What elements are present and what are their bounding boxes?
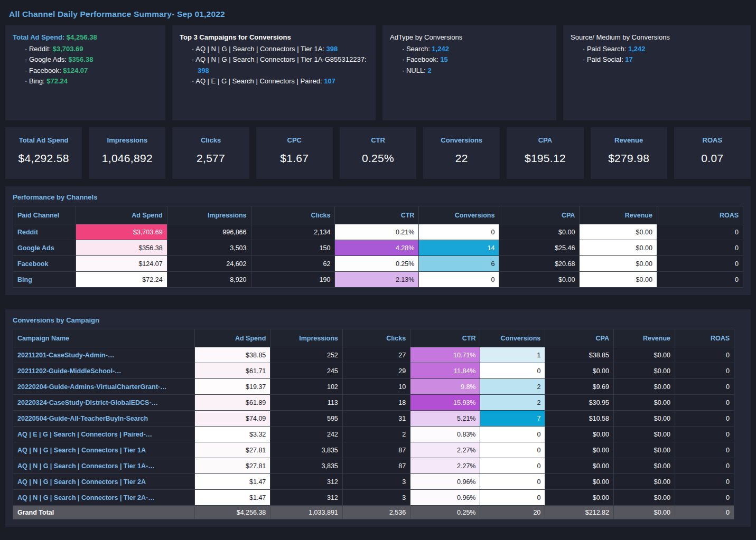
cell-clicks: 3 (342, 490, 410, 506)
cell-ctr: 15.93% (410, 395, 480, 411)
cell-clicks: 3 (342, 474, 410, 490)
cell-paid-channel: Google Ads (13, 240, 76, 256)
cell-ctr: 5.21% (410, 411, 480, 427)
campaigns-panel-title: Conversions by Campaign (13, 316, 743, 324)
cell-roas: 0 (675, 427, 734, 442)
summary-item-value: $72.24 (46, 77, 68, 85)
kpi-label: Total Ad Spend (5, 136, 82, 144)
cell-clicks: 31 (342, 411, 410, 427)
column-header-conversions[interactable]: Conversions (419, 206, 499, 224)
cell-conversions: 0 (480, 363, 545, 379)
column-header-impressions[interactable]: Impressions (270, 329, 343, 347)
cell-revenue: $0.00 (614, 458, 675, 474)
kpi-card: CPA$195.12 (507, 127, 583, 179)
column-header-ad-spend[interactable]: Ad Spend (76, 206, 167, 224)
cell-conversions: 0 (480, 442, 545, 458)
cell-impressions: 113 (270, 395, 343, 411)
cell-ctr: 0.96% (410, 474, 480, 490)
cell-ad-spend: $61.89 (194, 395, 270, 411)
cell-impressions: 312 (270, 474, 343, 490)
cell-ad-spend: $72.24 (76, 272, 167, 288)
column-header-ad-spend[interactable]: Ad Spend (194, 329, 270, 347)
cell-roas: 0 (657, 224, 743, 240)
summary-card-item: · Paid Search: 1,242 (571, 44, 743, 55)
column-header-campaign-name[interactable]: Campaign Name (13, 329, 195, 347)
cell-ad-spend: $4,256.38 (194, 506, 270, 519)
cell-conversions: 2 (480, 395, 545, 411)
column-header-impressions[interactable]: Impressions (167, 206, 251, 224)
column-header-clicks[interactable]: Clicks (342, 329, 410, 347)
cell-cpa: $25.46 (499, 240, 580, 256)
cell-ad-spend: $19.37 (194, 379, 270, 395)
cell-impressions: 595 (270, 411, 343, 427)
summary-item-value: $3,703.69 (53, 45, 83, 53)
cell-conversions: 0 (480, 458, 545, 474)
cell-impressions: 3,835 (270, 442, 343, 458)
summary-item-value: 17 (625, 55, 632, 63)
kpi-card: Revenue$279.98 (591, 127, 667, 179)
summary-item-value: 398 (198, 67, 209, 74)
column-header-paid-channel[interactable]: Paid Channel (13, 206, 76, 224)
summary-card-title-value: $4,256.38 (64, 33, 97, 41)
cell-roas: 0 (675, 363, 734, 379)
campaigns-table-head: Campaign NameAd SpendImpressionsClicksCT… (13, 329, 734, 347)
column-header-ctr[interactable]: CTR (335, 206, 419, 224)
summary-item-label: · Search: (402, 45, 432, 53)
summary-card-item: · Reddit: $3,703.69 (13, 44, 158, 55)
cell-campaign-name: AQ | N | G | Search | Connectors | Tier … (13, 474, 195, 490)
cell-roas: 0 (675, 347, 734, 363)
kpi-card: CPC$1.67 (256, 127, 333, 179)
cell-ctr: 9.8% (410, 379, 480, 395)
cell-roas: 0 (675, 506, 734, 519)
summary-item-value: $356.38 (68, 55, 93, 63)
cell-ad-spend: $356.38 (76, 240, 167, 256)
cell-clicks: 10 (342, 379, 410, 395)
cell-clicks: 62 (251, 256, 335, 272)
cell-campaign-name: 20211201-CaseStudy-Admin-… (13, 347, 195, 363)
column-header-cpa[interactable]: CPA (545, 329, 614, 347)
cell-revenue: $0.00 (580, 240, 657, 256)
cell-ctr: 4.28% (335, 240, 419, 256)
kpi-label: CPA (507, 136, 583, 144)
column-header-clicks[interactable]: Clicks (251, 206, 335, 224)
cell-conversions: 0 (480, 490, 545, 506)
column-header-revenue[interactable]: Revenue (580, 206, 657, 224)
header-row: Campaign NameAd SpendImpressionsClicksCT… (13, 329, 734, 347)
cell-conversions: 6 (419, 256, 499, 272)
cell-roas: 0 (675, 395, 734, 411)
cell-revenue: $0.00 (580, 272, 657, 288)
cell-campaign-name: 20211202-Guide-MiddleSchool-… (13, 363, 195, 379)
channels-table-body: Reddit$3,703.69996,8662,1340.21%0$0.00$0… (13, 224, 743, 288)
cell-cpa: $0.00 (545, 363, 614, 379)
column-header-ctr[interactable]: CTR (410, 329, 480, 347)
summary-item-label: · NULL: (402, 67, 427, 74)
campaigns-table: Campaign NameAd SpendImpressionsClicksCT… (13, 329, 734, 519)
summary-card: AdType by Conversions· Search: 1,242· Fa… (382, 25, 556, 120)
column-header-roas[interactable]: ROAS (675, 329, 734, 347)
kpi-row: Total Ad Spend$4,292.58Impressions1,046,… (5, 127, 751, 179)
cell-cpa: $9.69 (545, 379, 614, 395)
summary-item-label: · AQ | E | G | Search | Connectors | Pai… (192, 77, 324, 85)
cell-impressions: 24,602 (167, 256, 251, 272)
summary-card: Source/ Medium by Conversions· Paid Sear… (563, 25, 751, 120)
summary-item-label: · Paid Search: (583, 45, 628, 53)
summary-item-value: 2 (427, 67, 431, 74)
column-header-conversions[interactable]: Conversions (480, 329, 545, 347)
cell-ctr: 2.27% (410, 442, 480, 458)
column-header-revenue[interactable]: Revenue (614, 329, 675, 347)
cell-campaign-name: AQ | E | G | Search | Connectors | Paire… (13, 427, 195, 442)
cell-roas: 0 (657, 272, 743, 288)
summary-card-item: · Facebook: 15 (390, 54, 549, 65)
summary-card-title-text: Total Ad Spend: (13, 33, 64, 41)
cell-conversions: 7 (480, 411, 545, 427)
column-header-roas[interactable]: ROAS (657, 206, 743, 224)
cell-conversions: 0 (419, 224, 499, 240)
kpi-card: Clicks2,577 (172, 127, 249, 179)
column-header-cpa[interactable]: CPA (499, 206, 580, 224)
summary-item-value: 1,242 (432, 45, 449, 53)
kpi-label: Revenue (591, 136, 667, 144)
kpi-label: CTR (340, 136, 416, 144)
cell-campaign-name: 20220204-Guide-Admins-VirtualCharterGran… (13, 379, 195, 395)
cell-impressions: 245 (270, 363, 343, 379)
summary-card-title-text: AdType by Conversions (390, 33, 462, 41)
